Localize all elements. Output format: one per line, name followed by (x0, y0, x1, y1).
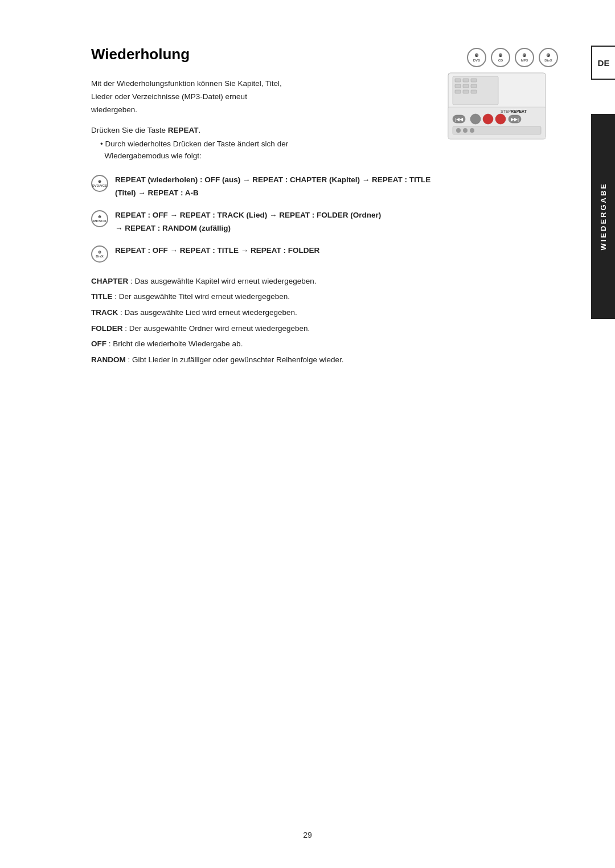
mode-text-divx: REPEAT : OFF → REPEAT : TITLE → REPEAT :… (115, 244, 558, 257)
de-tab: DE (591, 46, 615, 80)
svg-rect-4 (471, 79, 477, 82)
mode-section-dvd: ⊕ DVD/VCD REPEAT (wiederholen) : OFF (au… (91, 174, 558, 200)
svg-text:STEP: STEP (501, 109, 511, 113)
svg-point-22 (456, 128, 461, 133)
svg-rect-8 (455, 90, 461, 93)
format-icon-dvd: ⊕ DVD (467, 48, 486, 67)
svg-text:▶▶|: ▶▶| (511, 117, 519, 122)
de-label: DE (598, 58, 610, 68)
desc-off: OFF : Bricht die wiederholte Wiedergabe … (91, 337, 558, 351)
svg-point-18 (495, 114, 506, 124)
svg-rect-6 (463, 84, 469, 88)
format-icon-divx: ⊕ DivX (539, 48, 558, 67)
sidebar-tab: WIEDERGABE (591, 114, 615, 319)
svg-rect-7 (471, 84, 477, 88)
svg-rect-9 (463, 90, 469, 93)
format-icon-mp3: ⊕ MP3 (515, 48, 534, 67)
intro-section: Mit der Wiederholungsfunktion können Sie… (91, 77, 558, 162)
remote-image: STEP REPEAT |◀◀ ▶▶| (447, 72, 547, 142)
page-container: DE WIEDERGABE Wiederholung ⊕ DVD ⊕ CD ⊕ … (0, 0, 615, 868)
svg-rect-3 (463, 79, 469, 82)
bullet-text: • Durch wiederholtes Drücken der Taste ä… (100, 138, 339, 162)
svg-text:REPEAT: REPEAT (511, 109, 527, 113)
descriptions: CHAPTER : Das ausgewählte Kapitel wird e… (91, 274, 558, 367)
desc-track: TRACK : Das ausgewählte Lied wird erneut… (91, 305, 558, 320)
svg-rect-10 (471, 90, 477, 93)
desc-random: RANDOM : Gibt Lieder in zufälliger oder … (91, 353, 558, 367)
svg-rect-5 (455, 84, 461, 88)
mode-text-cd: REPEAT : OFF → REPEAT : TRACK (Lied) → R… (115, 209, 558, 235)
desc-chapter: CHAPTER : Das ausgewählte Kapitel wird e… (91, 274, 558, 289)
page-header: Wiederholung ⊕ DVD ⊕ CD ⊕ MP3 ⊕ DivX (91, 46, 558, 67)
desc-title: TITLE : Der ausgewählte Titel wird erneu… (91, 289, 558, 304)
mode-icon-divx: ⊕ DivX (91, 245, 108, 263)
desc-folder: FOLDER : Der ausgewählte Ordner wird ern… (91, 321, 558, 336)
format-icons: ⊕ DVD ⊕ CD ⊕ MP3 ⊕ DivX (467, 48, 558, 67)
svg-text:|◀◀: |◀◀ (455, 117, 464, 122)
mode-text-dvd: REPEAT (wiederholen) : OFF (aus) → REPEA… (115, 174, 558, 200)
svg-point-23 (463, 128, 468, 133)
mode-section-cd: ⊕ MP3/CD REPEAT : OFF → REPEAT : TRACK (… (91, 209, 558, 235)
svg-point-17 (483, 114, 493, 124)
sidebar-label: WIEDERGABE (599, 182, 608, 251)
main-content: Wiederholung ⊕ DVD ⊕ CD ⊕ MP3 ⊕ DivX (91, 46, 558, 367)
mode-section-divx: ⊕ DivX REPEAT : OFF → REPEAT : TITLE → R… (91, 244, 558, 263)
svg-point-16 (470, 114, 481, 124)
format-icon-cd: ⊕ CD (491, 48, 510, 67)
mode-icon-cd: ⊕ MP3/CD (91, 210, 108, 227)
intro-text: Mit der Wiederholungsfunktion können Sie… (91, 77, 387, 117)
page-number: 29 (303, 830, 312, 840)
svg-rect-2 (455, 79, 461, 82)
svg-point-24 (470, 128, 474, 133)
mode-sections: ⊕ DVD/VCD REPEAT (wiederholen) : OFF (au… (91, 174, 558, 263)
mode-icon-dvd: ⊕ DVD/VCD (91, 175, 108, 192)
page-title: Wiederholung (91, 46, 190, 63)
